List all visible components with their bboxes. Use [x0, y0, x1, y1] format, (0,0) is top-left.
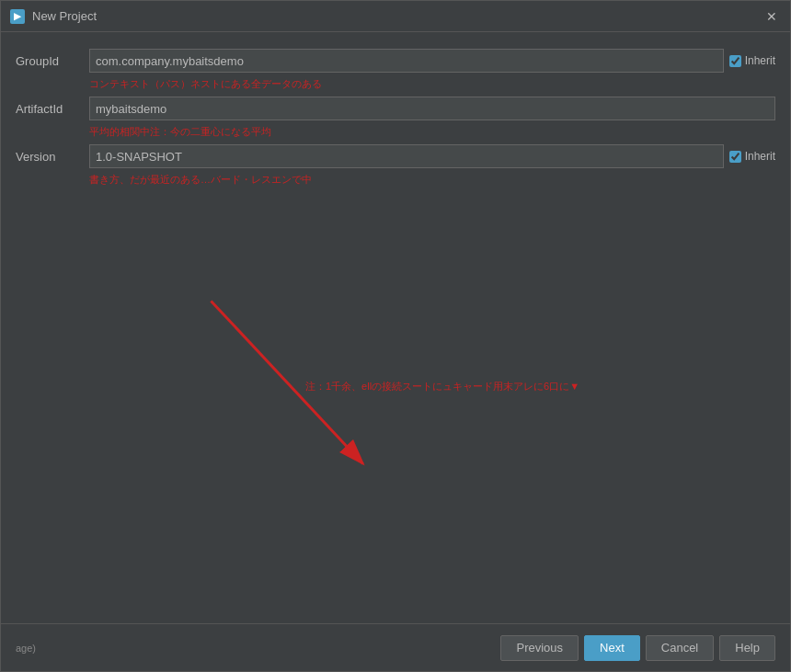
groupid-inherit-container: Inherit: [729, 54, 775, 67]
version-input[interactable]: [89, 144, 724, 168]
annotation-area: 注：1千余、ellの接続スートにュキャード用末アレに6口に▼: [16, 199, 775, 609]
groupid-input[interactable]: [89, 49, 724, 73]
version-inherit-checkbox[interactable]: [729, 151, 741, 163]
version-row: Version Inherit: [16, 142, 775, 170]
cancel-button[interactable]: Cancel: [646, 635, 714, 661]
footer-status-text: age): [16, 643, 36, 654]
title-bar-left: ▶ New Project: [10, 9, 97, 24]
arrow-annotation-text: 注：1千余、ellの接続スートにュキャード用末アレに6口に▼: [305, 381, 579, 392]
version-inherit-label: Inherit: [745, 150, 775, 163]
content-area: GroupId Inherit コンテキスト（パス）ネストにある全データのある …: [1, 32, 790, 623]
next-button[interactable]: Next: [584, 635, 640, 661]
groupid-label: GroupId: [16, 54, 89, 68]
artifactid-annotation: 平均的相関中注：今の二重心になる平均: [89, 126, 271, 137]
groupid-row: GroupId Inherit: [16, 47, 775, 74]
version-label: Version: [16, 150, 89, 164]
app-icon: ▶: [10, 9, 25, 24]
groupid-inherit-checkbox[interactable]: [729, 55, 741, 67]
artifactid-input[interactable]: [89, 97, 775, 120]
red-arrow-svg: [16, 199, 775, 609]
dialog-title: New Project: [32, 9, 97, 23]
version-inherit-container: Inherit: [729, 150, 775, 163]
footer-status: age): [16, 643, 495, 654]
groupid-annotation: コンテキスト（パス）ネストにある全データのある: [89, 78, 322, 89]
title-bar: ▶ New Project ✕: [1, 1, 790, 32]
version-annotation: 書き方、だが最近のある…バード・レスエンで中: [89, 174, 312, 185]
groupid-inherit-label: Inherit: [745, 54, 775, 67]
new-project-dialog: ▶ New Project ✕ GroupId Inherit コンテキスト（パ…: [0, 0, 791, 672]
close-button[interactable]: ✕: [762, 7, 781, 26]
artifactid-label: ArtifactId: [16, 102, 89, 116]
previous-button[interactable]: Previous: [500, 635, 579, 661]
artifactid-row: ArtifactId: [16, 95, 775, 122]
help-button[interactable]: Help: [719, 635, 775, 661]
footer: age) Previous Next Cancel Help: [1, 623, 790, 671]
